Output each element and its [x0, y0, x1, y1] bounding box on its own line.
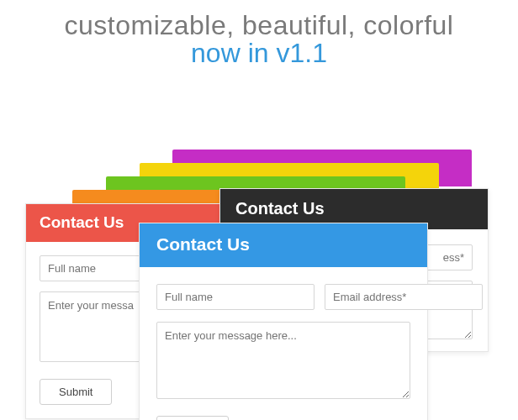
submit-button[interactable]: Submit: [40, 379, 112, 405]
card-title: Contact Us: [140, 223, 427, 267]
fullname-input[interactable]: [156, 284, 314, 310]
contact-card-blue: Contact Us Submit: [139, 223, 428, 420]
headline-line-1: customizable, beautiful, colorful: [0, 10, 518, 41]
card-body: Submit: [140, 267, 427, 420]
field-row: [156, 284, 410, 310]
headline: customizable, beautiful, colorful now in…: [0, 0, 518, 69]
email-input[interactable]: [325, 284, 483, 310]
headline-line-2: now in v1.1: [0, 38, 518, 69]
card-stage: Contact Us Submit Contact Us Contact Us …: [0, 69, 518, 405]
submit-button[interactable]: Submit: [156, 416, 229, 420]
message-textarea[interactable]: [156, 322, 410, 399]
